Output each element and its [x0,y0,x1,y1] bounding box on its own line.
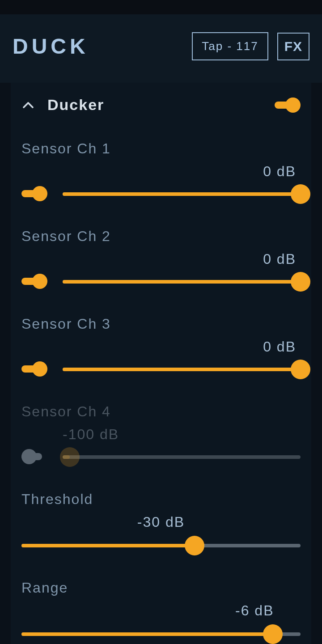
param-label: Sensor Ch 2 [21,228,301,245]
param-slider[interactable] [21,624,301,644]
tap-tempo-button[interactable]: Tap - 117 [192,32,268,60]
param-value: -6 dB [21,602,301,619]
sensor-slider[interactable] [63,272,301,292]
sensor-enable-toggle[interactable] [21,361,47,377]
slider-fill [63,280,301,284]
slider-fill [21,632,273,636]
chevron-up-icon [21,98,35,112]
sensor-enable-toggle[interactable] [21,274,47,289]
slider-thumb [60,447,80,467]
param-value: 0 dB [63,339,301,355]
sensor-slider[interactable] [63,184,301,204]
toggle-thumb [21,449,37,464]
param-value: -100 dB [63,426,301,443]
toggle-thumb [32,361,47,377]
header-buttons: Tap - 117 FX [192,32,309,60]
param: Range -6 dB [21,580,301,644]
sensor-enable-toggle[interactable] [21,186,47,201]
param-value: 0 dB [63,163,301,180]
toggle-thumb [285,97,301,113]
status-bar [0,0,322,14]
param-label: Sensor Ch 1 [21,140,301,157]
slider-fill [21,544,195,547]
ducker-enable-toggle[interactable] [275,97,301,113]
slider-thumb [291,272,310,292]
slider-fill [63,192,301,196]
param-label: Sensor Ch 3 [21,316,301,332]
panel-title: Ducker [47,96,104,114]
sensor-param: Sensor Ch 3 0 dB [21,316,301,379]
slider-thumb [291,184,310,204]
slider-thumb [185,536,204,555]
slider-track [63,455,301,459]
page-title: DUCK [13,34,89,59]
slider-thumb [263,624,283,644]
param-label: Sensor Ch 4 [21,403,301,420]
toggle-thumb [32,274,47,289]
sensor-slider[interactable] [63,447,301,467]
toggle-thumb [32,186,47,201]
sensor-enable-toggle[interactable] [21,449,47,464]
slider-fill [63,368,301,371]
sensor-param: Sensor Ch 1 0 dB [21,140,301,204]
param-label: Range [21,580,301,596]
ducker-panel: Ducker Sensor Ch 1 0 dB [11,83,311,644]
panel-header-left[interactable]: Ducker [21,96,104,114]
slider-thumb [291,360,310,379]
fx-button[interactable]: FX [277,33,309,60]
sensor-slider[interactable] [63,360,301,379]
param-value: 0 dB [63,251,301,267]
sensor-param: Sensor Ch 4 -100 dB [21,403,301,467]
app-header: DUCK Tap - 117 FX [0,14,322,83]
param-slider[interactable] [21,536,301,555]
param-label: Threshold [21,491,301,508]
param: Threshold -30 dB [21,491,301,555]
panel-header: Ducker [21,96,301,114]
sensor-param: Sensor Ch 2 0 dB [21,228,301,292]
param-value: -30 dB [21,514,301,530]
